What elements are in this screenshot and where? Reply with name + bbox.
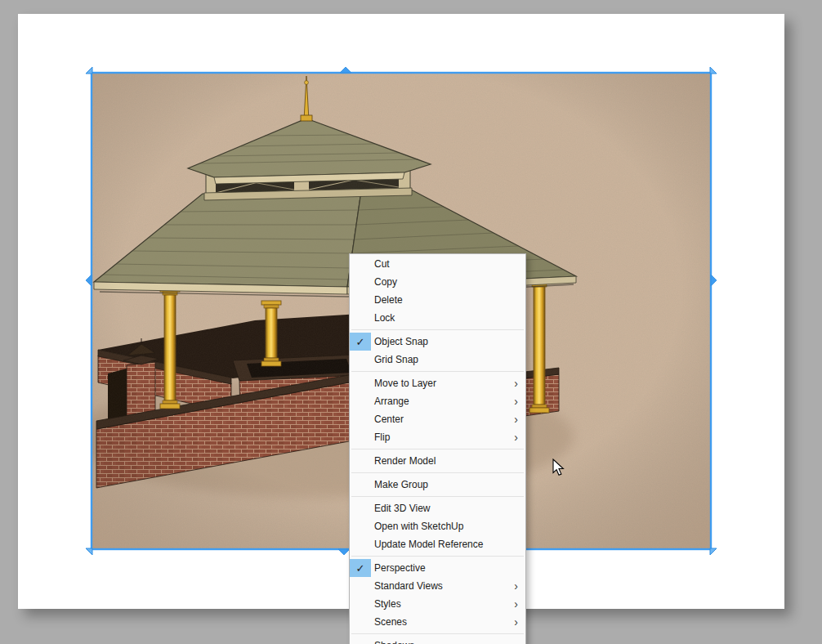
menu-item-center[interactable]: Center› (350, 410, 525, 428)
menu-item-label: Update Model Reference (371, 539, 483, 550)
menu-item-label: Cut (371, 258, 390, 270)
menu-gutter (350, 499, 371, 517)
check-icon: ✓ (350, 559, 371, 577)
menu-item-standard-views[interactable]: Standard Views› (350, 577, 525, 595)
submenu-arrow-icon: › (514, 598, 525, 610)
menu-item-label: Render Model (371, 455, 436, 467)
menu-gutter (350, 577, 371, 595)
menu-gutter (350, 637, 371, 644)
menu-gutter (350, 291, 371, 309)
menu-gutter (350, 535, 371, 553)
menu-gutter (350, 595, 371, 613)
menu-item-make-group[interactable]: Make Group (350, 476, 525, 494)
submenu-arrow-icon: › (514, 414, 525, 425)
menu-gutter (350, 452, 371, 470)
menu-item-shadows[interactable]: Shadows (350, 637, 525, 644)
submenu-arrow-icon: › (514, 396, 525, 407)
menu-gutter (350, 410, 371, 428)
menu-item-styles[interactable]: Styles› (350, 595, 525, 613)
check-icon: ✓ (350, 333, 371, 351)
menu-separator (351, 633, 524, 634)
menu-item-lock[interactable]: Lock (350, 309, 525, 327)
menu-item-label: Center (371, 414, 404, 425)
menu-item-update-model-reference[interactable]: Update Model Reference (350, 535, 525, 553)
menu-item-label: Copy (371, 276, 397, 288)
submenu-arrow-icon: › (514, 378, 525, 389)
layout-canvas: CutCopyDeleteLock✓Object SnapGrid SnapMo… (0, 0, 822, 644)
menu-item-edit-3d-view[interactable]: Edit 3D View (350, 499, 525, 517)
menu-separator (351, 371, 524, 372)
submenu-arrow-icon: › (514, 432, 525, 443)
menu-item-perspective[interactable]: ✓Perspective (350, 559, 525, 577)
menu-gutter (350, 255, 371, 273)
menu-item-cut[interactable]: Cut (350, 255, 525, 273)
menu-gutter (350, 428, 371, 446)
menu-item-label: Delete (371, 294, 403, 306)
menu-gutter (350, 517, 371, 535)
menu-item-open-with-sketchup[interactable]: Open with SketchUp (350, 517, 525, 535)
menu-item-render-model[interactable]: Render Model (350, 452, 525, 470)
menu-item-label: Scenes (371, 616, 407, 628)
menu-separator (351, 496, 524, 497)
menu-item-label: Shadows (371, 640, 414, 644)
menu-gutter (350, 309, 371, 327)
context-menu-list: CutCopyDeleteLock✓Object SnapGrid SnapMo… (350, 254, 525, 644)
menu-gutter (350, 613, 371, 631)
menu-item-delete[interactable]: Delete (350, 291, 525, 309)
menu-item-object-snap[interactable]: ✓Object Snap (350, 333, 525, 351)
menu-item-label: Arrange (371, 396, 409, 407)
menu-item-label: Open with SketchUp (371, 521, 463, 532)
menu-item-scenes[interactable]: Scenes› (350, 613, 525, 631)
submenu-arrow-icon: › (514, 616, 525, 628)
submenu-arrow-icon: › (514, 580, 525, 592)
menu-item-label: Lock (371, 312, 395, 324)
menu-gutter (350, 351, 371, 369)
menu-item-label: Move to Layer (371, 378, 436, 389)
menu-item-label: Grid Snap (371, 354, 418, 365)
context-menu: CutCopyDeleteLock✓Object SnapGrid SnapMo… (349, 253, 526, 644)
menu-gutter (350, 392, 371, 410)
menu-separator (351, 329, 524, 330)
menu-item-label: Styles (371, 598, 401, 610)
menu-gutter (350, 374, 371, 392)
menu-item-label: Standard Views (371, 580, 443, 592)
menu-item-copy[interactable]: Copy (350, 273, 525, 291)
menu-item-flip[interactable]: Flip› (350, 428, 525, 446)
menu-item-label: Flip (371, 432, 390, 443)
menu-item-label: Perspective (371, 562, 426, 574)
menu-item-label: Edit 3D View (371, 503, 430, 514)
menu-gutter (350, 476, 371, 494)
menu-separator (351, 556, 524, 557)
menu-item-move-to-layer[interactable]: Move to Layer› (350, 374, 525, 392)
menu-separator (351, 449, 524, 449)
menu-gutter (350, 273, 371, 291)
menu-item-label: Make Group (371, 479, 428, 490)
menu-separator (351, 472, 524, 473)
menu-item-label: Object Snap (371, 336, 428, 347)
menu-item-arrange[interactable]: Arrange› (350, 392, 525, 410)
menu-item-grid-snap[interactable]: Grid Snap (350, 351, 525, 369)
